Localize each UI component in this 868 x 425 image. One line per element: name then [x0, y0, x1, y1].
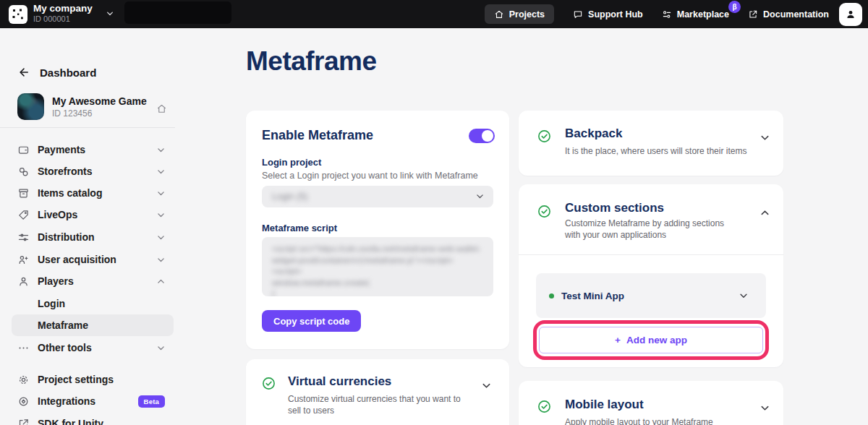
- nav-marketplace[interactable]: Marketplace β: [662, 9, 729, 20]
- card-description: Customize Metaframe by adding sections w…: [565, 218, 739, 241]
- sidebar-item-items-catalog[interactable]: Items catalog: [0, 182, 185, 204]
- nav-documentation[interactable]: Documentation: [748, 9, 829, 20]
- check-circle-icon: [537, 400, 551, 413]
- sidebar-item-liveops[interactable]: LiveOps: [0, 204, 185, 226]
- card-title: Backpack: [565, 126, 622, 141]
- add-new-app-label: Add new app: [626, 335, 687, 345]
- ellipsis-icon: [17, 342, 30, 354]
- sidebar-item-players[interactable]: Players: [0, 270, 185, 292]
- app-screen: My company ID 000001 Projects Support Hu…: [0, 0, 868, 425]
- chevron-down-icon: [156, 255, 166, 265]
- card-description: Apply mobile layout to your Metaframe: [565, 416, 753, 425]
- person-icon: [17, 275, 30, 288]
- back-arrow-icon: [17, 66, 30, 79]
- login-project-label: Login project: [262, 157, 321, 168]
- chevron-down-icon: [475, 192, 485, 201]
- topbar-nav: Projects Support Hub Marketplace β Docu: [485, 0, 829, 28]
- project-avatar[interactable]: [17, 93, 44, 120]
- user-account-button[interactable]: [839, 3, 862, 26]
- company-switcher[interactable]: My company ID 000001: [33, 3, 93, 24]
- backpack-card: Backpack It is the place, where users wi…: [519, 111, 783, 176]
- sliders-icon: [17, 231, 30, 244]
- add-new-app-button[interactable]: + Add new app: [539, 327, 763, 353]
- sidebar-item-distribution[interactable]: Distribution: [0, 226, 185, 248]
- login-project-select[interactable]: Login (5): [262, 186, 493, 207]
- archive-box-icon: [17, 187, 30, 199]
- chevron-down-icon[interactable]: [760, 132, 770, 143]
- sidebar-item-storefronts[interactable]: Storefronts: [0, 160, 185, 182]
- chevron-down-icon: [156, 167, 166, 176]
- sidebar-item-user-acquisition[interactable]: User acquisition: [0, 249, 185, 270]
- company-name: My company: [33, 3, 93, 14]
- beta-badge: Beta: [138, 395, 165, 408]
- check-circle-icon: [537, 205, 551, 218]
- chevron-down-icon: [156, 145, 166, 155]
- metaframe-script-label: Metaframe script: [262, 223, 337, 233]
- toggle-knob: [482, 130, 493, 142]
- home-icon: [494, 9, 504, 20]
- nav-documentation-label: Documentation: [763, 9, 829, 20]
- sidebar-item-payments[interactable]: Payments: [0, 139, 185, 160]
- page-title: Metaframe: [246, 46, 377, 77]
- enable-metaframe-card: Enable Metaframe Login project Select a …: [246, 111, 509, 349]
- chevron-down-icon[interactable]: [106, 9, 114, 18]
- integrations-icon: [17, 395, 30, 408]
- chevron-down-icon[interactable]: [739, 291, 749, 301]
- marketplace-icon: [662, 9, 672, 20]
- custom-sections-card: Custom sections Customize Metaframe by a…: [519, 184, 783, 367]
- copy-script-code-button[interactable]: Copy script code: [262, 310, 361, 332]
- user-plus-icon: [17, 254, 30, 266]
- sidebar: Dashboard My Awesome Game ID 123456 Paym…: [0, 28, 185, 425]
- card-description: It is the place, where users will store …: [565, 145, 760, 157]
- company-logo-icon[interactable]: [9, 5, 27, 24]
- gear-icon: [17, 374, 30, 386]
- external-link-icon: [17, 418, 30, 425]
- login-project-hint: Select a Login project you want to link …: [262, 171, 478, 181]
- topbar: My company ID 000001 Projects Support Hu…: [0, 0, 868, 28]
- mini-app-row[interactable]: Test Mini App: [536, 273, 766, 318]
- back-to-dashboard[interactable]: Dashboard: [17, 66, 96, 79]
- storefront-icon: [17, 166, 30, 178]
- chevron-up-icon[interactable]: [760, 207, 770, 218]
- nav-support-hub-label: Support Hub: [588, 9, 643, 20]
- check-circle-icon: [537, 129, 551, 143]
- project-name: My Awesome Game: [52, 95, 147, 107]
- card-title: Mobile layout: [565, 398, 644, 412]
- chevron-down-icon: [156, 343, 166, 353]
- nav-projects-label: Projects: [509, 9, 545, 20]
- chevron-down-icon: [156, 210, 166, 220]
- card-title: Virtual currencies: [288, 374, 391, 389]
- metaframe-script-textarea[interactable]: <script src="https://cdn.xsolla.net/meta…: [262, 237, 493, 296]
- back-label: Dashboard: [40, 66, 96, 79]
- tag-icon: [17, 209, 30, 221]
- chevron-down-icon: [156, 233, 166, 242]
- nav-support-hub[interactable]: Support Hub: [573, 9, 643, 20]
- person-icon: [845, 9, 856, 20]
- external-link-icon: [748, 9, 758, 20]
- card-title: Custom sections: [565, 201, 664, 215]
- sidebar-item-integrations[interactable]: Integrations Beta: [0, 390, 185, 412]
- mini-app-name: Test Mini App: [561, 291, 624, 301]
- status-dot: [549, 293, 554, 299]
- wallet-icon: [17, 144, 30, 156]
- sidebar-item-metaframe[interactable]: Metaframe: [12, 314, 174, 336]
- project-id: ID 123456: [52, 108, 92, 119]
- company-id: ID 000001: [33, 14, 93, 24]
- sidebar-divider: [0, 127, 175, 128]
- enable-metaframe-toggle[interactable]: [469, 129, 495, 143]
- nav-marketplace-label: Marketplace: [677, 9, 729, 20]
- chevron-down-icon[interactable]: [481, 380, 492, 391]
- plus-icon: +: [615, 335, 621, 345]
- home-icon[interactable]: [156, 103, 167, 114]
- mobile-layout-card: Mobile layout Apply mobile layout to you…: [519, 381, 783, 425]
- sidebar-item-project-settings[interactable]: Project settings: [0, 369, 185, 390]
- sidebar-item-login[interactable]: Login: [12, 293, 174, 314]
- chevron-up-icon: [156, 277, 166, 286]
- sidebar-item-other-tools[interactable]: Other tools: [0, 337, 185, 359]
- chevron-down-icon[interactable]: [760, 403, 770, 413]
- nav-projects[interactable]: Projects: [485, 4, 554, 24]
- login-project-value: Login (5): [272, 192, 307, 202]
- beta-badge: β: [728, 1, 741, 13]
- sidebar-item-sdk-for-unity[interactable]: SDK for Unity: [0, 413, 185, 425]
- card-divider: [519, 254, 783, 255]
